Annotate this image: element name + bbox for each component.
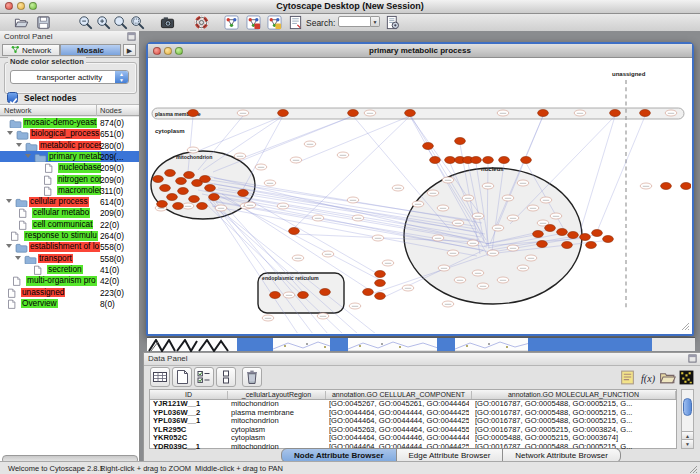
graph-node-small[interactable] [507,245,519,251]
graph-node-selected[interactable] [205,185,216,192]
graph-node-small[interactable] [640,183,652,189]
expander-icon[interactable] [16,143,22,147]
graph-node-small[interactable] [550,213,562,219]
graph-node-selected[interactable] [289,228,300,235]
graph-node-small[interactable] [283,292,295,298]
graph-node-small[interactable] [452,220,464,226]
float-panel-icon[interactable] [688,354,697,365]
graph-node-selected[interactable] [681,183,691,190]
graph-node-small[interactable] [432,235,444,241]
graph-node-small[interactable] [277,203,289,209]
graph-node-small[interactable] [497,277,509,283]
graph-node-small[interactable] [472,270,484,276]
graph-node-small[interactable] [482,183,494,189]
graph-node-selected[interactable] [562,242,573,249]
graph-node-small[interactable] [487,250,499,256]
column-header[interactable]: _cellularLayoutRegion [228,391,326,400]
expander-icon[interactable] [7,131,13,135]
scrollbar-thumb[interactable] [683,398,692,416]
expander-icon[interactable] [25,154,31,158]
graph-node-small[interactable] [665,110,677,116]
graph-node-selected[interactable] [471,157,482,164]
graph-node-selected[interactable] [165,170,176,177]
graph-node-selected[interactable] [160,185,171,192]
graph-node-selected[interactable] [153,176,164,183]
background-window-sliver[interactable] [348,337,437,351]
graph-node-selected[interactable] [405,110,416,117]
graph-node-selected[interactable] [209,194,220,201]
graph-node-selected[interactable] [603,236,614,243]
graph-node-small[interactable] [182,203,194,209]
graph-node-selected[interactable] [545,225,556,232]
tree-row[interactable]: secretion41(0) [0,264,139,275]
graph-node-small[interactable] [382,260,394,266]
search-input[interactable] [338,16,371,27]
graph-node-small[interactable] [525,255,537,261]
graph-node-selected[interactable] [499,157,510,164]
graph-node-selected[interactable] [521,157,532,164]
graph-node-selected[interactable] [200,176,211,183]
float-panel-icon[interactable] [127,32,136,43]
graph-node-selected[interactable] [580,234,591,241]
graph-node-selected[interactable] [568,232,579,239]
tree-row[interactable]: mosaic-demo-yeast874(0) [0,117,139,128]
graph-node-selected[interactable] [188,110,199,117]
resize-grip-icon[interactable] [682,323,689,330]
edit-network-icon[interactable] [267,15,284,30]
graph-node-selected[interactable] [184,172,195,179]
destroy-network-icon[interactable] [246,15,263,30]
save-icon[interactable] [36,15,53,30]
tree-row[interactable]: unassigned223(0) [0,287,139,298]
tab-overflow-arrow[interactable]: ▶ [123,44,136,56]
id-list-icon[interactable] [216,367,236,387]
background-window-sliver[interactable] [437,337,455,351]
graph-node-selected[interactable] [586,242,597,249]
background-window-sliver[interactable] [237,337,273,351]
graph-node-small[interactable] [292,255,304,261]
attribute-matrix-icon[interactable] [678,369,695,386]
graph-node-small[interactable] [502,195,514,201]
graph-node-small[interactable] [517,265,529,271]
node-color-dropdown[interactable]: transporter activity ▲▼ [10,70,129,84]
graph-node-selected[interactable] [270,292,281,299]
tree-row[interactable]: cellular process614(0) [0,196,139,207]
help-ring-icon[interactable] [194,15,211,30]
annotation-icon[interactable] [288,15,305,30]
background-window-sliver[interactable] [455,337,528,351]
background-window-sliver[interactable] [330,337,348,351]
notepad-icon[interactable] [619,369,636,386]
graph-node-small[interactable] [237,110,249,116]
graph-node-selected[interactable] [178,188,189,195]
graph-node-small[interactable] [517,180,529,186]
graph-node-selected[interactable] [238,190,249,197]
network-window-titlebar[interactable]: primary metabolic process [148,44,692,58]
graph-node-small[interactable] [442,301,454,307]
expander-icon[interactable] [15,256,21,260]
graph-node-small[interactable] [402,285,414,291]
graph-node-selected[interactable] [537,241,548,248]
tree-row[interactable]: primary metabo209(... [0,151,139,162]
resize-grip-icon[interactable] [688,464,698,474]
zoom-fit-icon[interactable] [130,15,147,30]
search-dropdown-arrow[interactable]: ▼ [371,16,380,27]
column-header[interactable]: annotation.GO CELLULAR_COMPONENT [326,391,472,400]
graph-node-small[interactable] [462,195,474,201]
graph-node-selected[interactable] [320,289,331,296]
graph-node-selected[interactable] [538,110,549,117]
graph-node-small[interactable] [427,190,439,196]
zoom-selected-icon[interactable] [113,15,130,30]
graph-node-small[interactable] [215,205,227,211]
graph-node-selected[interactable] [592,230,603,237]
graph-node-small[interactable] [492,225,504,231]
column-header[interactable]: ID [150,391,228,400]
graph-node-small[interactable] [527,205,539,211]
graph-node-selected[interactable] [176,178,187,185]
graph-node-small[interactable] [262,315,274,321]
network-view-window[interactable]: primary metabolic process plasma membran… [146,42,694,336]
tree-row[interactable]: establishment of lo558(0) [0,241,139,252]
tree-row[interactable]: cell communicat22(0) [0,219,139,230]
graph-node-selected[interactable] [375,280,386,287]
graph-node-small[interactable] [438,265,450,271]
graph-node-small[interactable] [467,240,479,246]
new-network-icon[interactable] [224,15,241,30]
